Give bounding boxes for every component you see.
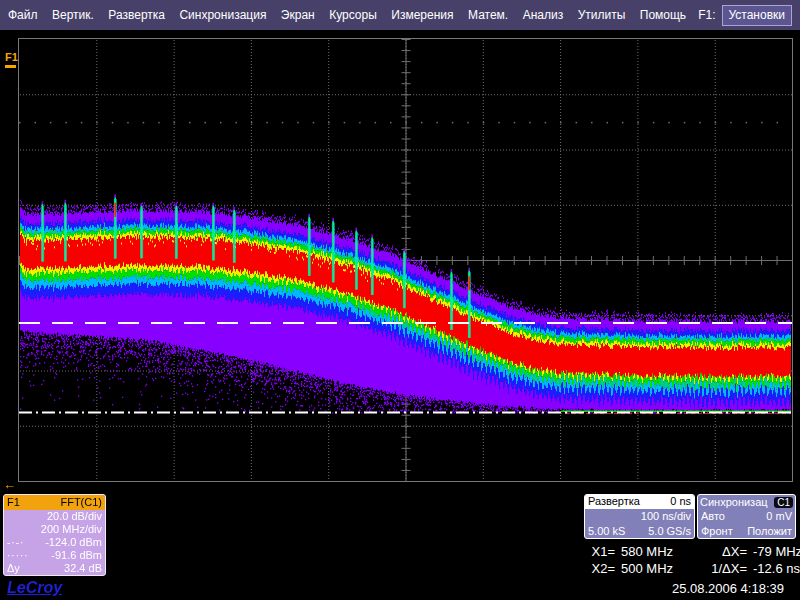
f1-menu-label: F1: [698, 8, 715, 22]
descriptor-cursor1-level: -124.0 dBm [45, 536, 102, 549]
menu-item-5[interactable]: Курсоры [329, 8, 377, 22]
trigger-slope: Положит [747, 524, 792, 539]
dashdot-line-icon: -·-· [7, 536, 24, 549]
timebase-title: Развертка [588, 495, 640, 509]
timebase-box[interactable]: Развертка 0 ns 100 ns/div 5.00 kS 5.0 GS… [584, 494, 695, 539]
lecroy-logo: LeCroy [7, 579, 62, 597]
descriptor-cursor1-row: -·-· -124.0 dBm [4, 536, 105, 549]
trace-label: F1 [5, 51, 18, 63]
x2-label: X2= [583, 560, 621, 577]
trace-position-marker: F1 [5, 52, 18, 68]
x2-value: 500 MHz [621, 560, 701, 577]
invdx-label: 1/ΔX= [701, 560, 753, 577]
timebase-rate: 5.0 GS/s [648, 524, 691, 539]
datetime-display: 25.08.2006 4:18:39 [672, 581, 784, 596]
descriptor-vscale: 20.0 dB/div [4, 510, 105, 523]
menu-item-1[interactable]: Вертик. [52, 8, 94, 22]
x1-label: X1= [583, 543, 621, 560]
descriptor-delta-row: Δy 32.4 dB [4, 562, 105, 575]
menubar: ФайлВертик.РазверткаСинхронизацияЭкранКу… [0, 0, 800, 30]
trigger-mode: Авто [701, 509, 725, 524]
timebase-samples: 5.00 kS [588, 524, 625, 539]
f1-descriptor-header: F1 FFT(C1) [4, 495, 105, 510]
cursor-readout: X1= 580 MHz ΔX= -79 MHz X2= 500 MHz 1/ΔX… [583, 543, 800, 577]
descriptor-cursor2-level: -91.6 dBm [51, 549, 102, 562]
trigger-position-arrow-icon: ← [3, 477, 16, 492]
dx-label: ΔX= [701, 543, 753, 560]
trigger-box[interactable]: Синхронизац C1 Авто 0 mV Фронт Положит [697, 494, 796, 539]
descriptor-function: FFT(C1) [60, 496, 102, 509]
trigger-header: Синхронизац C1 [698, 495, 795, 509]
menu-item-3[interactable]: Синхронизация [179, 8, 266, 22]
oscilloscope-screen: ФайлВертик.РазверткаСинхронизацияЭкранКу… [0, 0, 800, 600]
timebase-offset: 0 ns [670, 495, 691, 509]
trigger-type-row: Фронт Положит [698, 524, 795, 539]
trigger-coupling: Фронт [701, 524, 733, 539]
graticule-area[interactable] [18, 38, 793, 482]
menu-item-9[interactable]: Утилиты [578, 8, 626, 22]
menu-item-0[interactable]: Файл [8, 8, 38, 22]
trigger-level: 0 mV [766, 509, 792, 524]
menu-item-4[interactable]: Экран [281, 8, 315, 22]
dashed-line-icon: ····· [7, 549, 29, 562]
menu-item-10[interactable]: Помощь [640, 8, 686, 22]
setup-button[interactable]: Установки [722, 5, 792, 26]
spectrum-canvas[interactable] [19, 39, 792, 481]
menu-item-2[interactable]: Развертка [108, 8, 165, 22]
descriptor-channel: F1 [7, 496, 20, 509]
trace-marker-bar [5, 65, 16, 68]
timebase-sampling-row: 5.00 kS 5.0 GS/s [585, 524, 694, 539]
x1-value: 580 MHz [621, 543, 701, 560]
menu-item-8[interactable]: Анализ [523, 8, 564, 22]
delta-y-value: 32.4 dB [64, 562, 102, 575]
menu-item-6[interactable]: Измерения [391, 8, 453, 22]
descriptor-cursor2-row: ····· -91.6 dBm [4, 549, 105, 562]
menu-item-7[interactable]: Матем. [468, 8, 508, 22]
invdx-value: -12.6 ns [753, 560, 800, 577]
trigger-mode-row: Авто 0 mV [698, 509, 795, 524]
trigger-title: Синхронизац [700, 496, 768, 509]
descriptor-hscale: 200 MHz/div [4, 523, 105, 536]
f1-descriptor-box[interactable]: F1 FFT(C1) 20.0 dB/div 200 MHz/div -·-· … [3, 494, 106, 576]
delta-y-label: Δy [7, 562, 20, 575]
timebase-header: Развертка 0 ns [585, 495, 694, 509]
dx-value: -79 MHz [753, 543, 800, 560]
menubar-right: F1: Установки [698, 5, 792, 26]
menubar-items: ФайлВертик.РазверткаСинхронизацияЭкранКу… [8, 8, 686, 22]
timebase-scale: 100 ns/div [585, 509, 694, 524]
trigger-source-badge: C1 [774, 497, 793, 508]
